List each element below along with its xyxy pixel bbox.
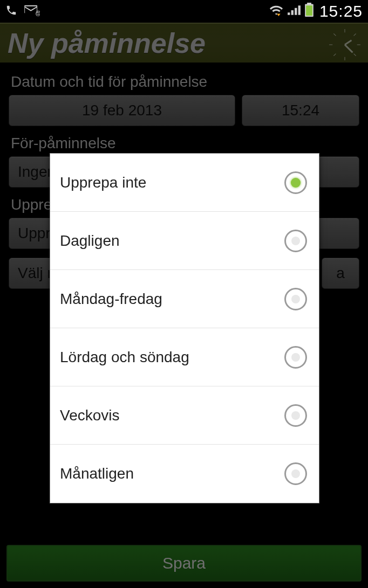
repeat-option-daily[interactable]: Dagligen [50,212,319,270]
svg-rect-1 [306,5,312,16]
repeat-option-monthly[interactable]: Månatligen [50,445,319,503]
repeat-option-none[interactable]: Upprepa inte [50,154,319,212]
radio-icon [284,462,307,485]
radio-icon [284,346,307,369]
svg-text:@: @ [35,10,40,16]
call-icon [5,3,17,20]
repeat-option-weekdays[interactable]: Måndag-fredag [50,270,319,328]
status-bar: @ 15:25 [0,0,368,23]
wifi-icon [269,3,284,20]
radio-icon [284,230,307,252]
status-time: 15:25 [319,2,363,20]
battery-icon [304,3,314,20]
repeat-options-dialog: Upprepa inte Dagligen Måndag-fredag Lörd… [50,153,319,503]
repeat-option-weekend[interactable]: Lördag och söndag [50,328,319,386]
radio-icon [284,171,307,194]
radio-icon [284,288,307,310]
signal-icon [287,3,301,20]
mail-icon: @ [24,3,40,20]
repeat-option-weekly[interactable]: Veckovis [50,386,319,445]
radio-icon [284,404,307,427]
